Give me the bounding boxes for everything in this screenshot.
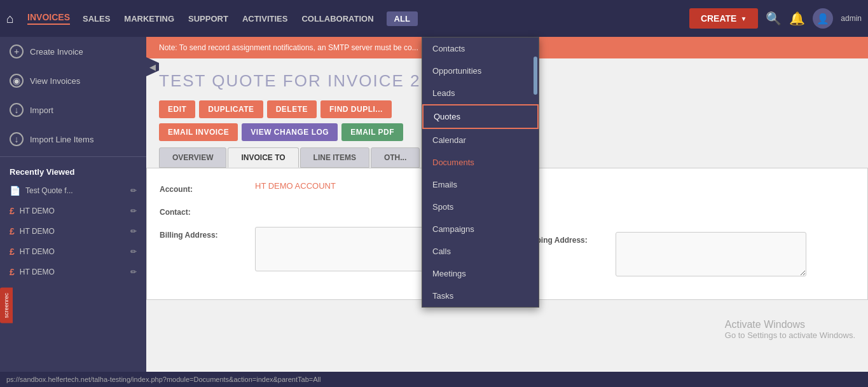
billing-address-label: Billing Address:: [160, 227, 242, 240]
billing-address-input[interactable]: [255, 227, 446, 271]
sidebar-item-import-line-items[interactable]: ↓ Import Line Items: [0, 125, 146, 154]
nav-support[interactable]: SUPPORT: [187, 11, 230, 26]
status-bar: ps://sandbox.helfertech.net/talha-testin…: [0, 372, 868, 387]
email-pdf-button[interactable]: EMAIL PDF: [341, 123, 403, 141]
sidebar-divider: [0, 156, 146, 157]
admin-label: admin: [841, 14, 862, 23]
email-invoice-button[interactable]: EMAIL INVOICE: [159, 123, 238, 141]
recent-label-2: HT DEMO: [20, 227, 125, 236]
recent-edit-2[interactable]: ✏: [130, 227, 137, 236]
sidebar: + Create Invoice ◉ View Invoices ↓ Impor…: [0, 37, 146, 372]
create-invoice-icon: +: [10, 44, 24, 58]
activate-windows-title: Activate Windows: [725, 319, 855, 330]
recent-pound-icon-2: £: [10, 226, 15, 236]
recent-label-4: HT DEMO: [20, 268, 125, 276]
recent-item-2[interactable]: £ HT DEMO ✏: [0, 221, 146, 241]
import-line-items-icon: ↓: [10, 132, 24, 146]
form-row-shipping: Shipping Address:: [520, 232, 855, 276]
nav-all[interactable]: ALL: [387, 11, 418, 26]
duplicate-button[interactable]: DUPLICATE: [199, 100, 263, 118]
tab-overview[interactable]: OVERVIEW: [159, 147, 226, 168]
dropdown-item-emails[interactable]: Emails: [422, 173, 539, 196]
dropdown-item-meetings[interactable]: Meetings: [422, 262, 539, 285]
sidebar-label-create-invoice: Create Invoice: [30, 47, 83, 57]
account-link[interactable]: HT DEMO ACCOUNT: [255, 181, 336, 191]
dropdown-item-contacts[interactable]: Contacts: [422, 37, 539, 60]
bell-icon[interactable]: 🔔: [789, 11, 805, 26]
account-label: Account:: [160, 181, 242, 194]
recent-item-4[interactable]: £ HT DEMO ✏: [0, 262, 146, 282]
recent-item-3[interactable]: £ HT DEMO ✏: [0, 241, 146, 262]
dropdown-item-spots[interactable]: Spots: [422, 196, 539, 218]
admin-avatar[interactable]: 👤: [813, 8, 833, 29]
delete-button[interactable]: DELETE: [267, 100, 317, 118]
nav-sales[interactable]: SALES: [81, 11, 111, 26]
dropdown-item-campaigns[interactable]: Campaigns: [422, 218, 539, 240]
recent-edit-3[interactable]: ✏: [130, 247, 137, 256]
dropdown-item-tasks[interactable]: Tasks: [422, 285, 539, 307]
nav-activities[interactable]: ACTIVITIES: [241, 11, 289, 26]
edit-button[interactable]: EDIT: [159, 100, 195, 118]
activate-windows-sub: Go to Settings to activate Windows.: [725, 330, 855, 340]
logo-area: ⌂: [6, 11, 18, 26]
dropdown-item-documents[interactable]: Documents: [422, 151, 539, 173]
windows-activation: Activate Windows Go to Settings to activ…: [725, 319, 855, 340]
top-navigation: ⌂ INVOICES SALES MARKETING SUPPORT ACTIV…: [0, 0, 868, 37]
contact-label: Contact:: [160, 204, 242, 217]
shipping-address-input[interactable]: [616, 232, 806, 276]
recent-item-0[interactable]: 📄 Test Quote f... ✏: [0, 180, 146, 201]
sidebar-label-view-invoices: View Invoices: [30, 76, 80, 86]
recent-edit-1[interactable]: ✏: [130, 207, 137, 215]
recent-pound-icon-3: £: [10, 247, 15, 257]
dropdown-item-opportunities[interactable]: Opportunities: [422, 60, 539, 82]
dropdown-item-leads[interactable]: Leads: [422, 82, 539, 104]
sidebar-label-import: Import: [30, 105, 53, 115]
tab-other[interactable]: OTH...: [371, 147, 420, 168]
all-dropdown-menu: Contacts Opportunities Leads Quotes Cale…: [422, 37, 539, 308]
home-icon[interactable]: ⌂: [6, 11, 14, 26]
sidebar-item-view-invoices[interactable]: ◉ View Invoices: [0, 66, 146, 95]
sidebar-item-import[interactable]: ↓ Import: [0, 95, 146, 125]
recent-label-0: Test Quote f...: [25, 186, 125, 195]
recently-viewed-header: Recently Viewed: [0, 160, 146, 180]
recent-pound-icon-4: £: [10, 267, 15, 277]
recent-pound-icon-1: £: [10, 206, 15, 216]
view-invoices-icon: ◉: [10, 74, 24, 88]
dropdown-item-quotes[interactable]: Quotes: [422, 104, 539, 129]
find-duplicates-button[interactable]: FIND DUPLI...: [320, 100, 392, 118]
recent-item-1[interactable]: £ HT DEMO ✏: [0, 201, 146, 221]
status-bar-url: ps://sandbox.helfertech.net/talha-testin…: [6, 376, 320, 383]
sidebar-item-create-invoice[interactable]: + Create Invoice: [0, 37, 146, 66]
screenrec-tab[interactable]: screenrec: [0, 288, 13, 323]
nav-invoices[interactable]: INVOICES: [27, 12, 70, 25]
tab-invoice-to[interactable]: Invoice To: [228, 147, 298, 168]
alert-text: Note: To send record assignment notifica…: [159, 43, 418, 52]
recent-edit-0[interactable]: ✏: [130, 186, 137, 195]
import-icon: ↓: [10, 103, 24, 117]
create-dropdown-arrow: ▼: [740, 15, 747, 22]
dropdown-scrollbar[interactable]: [534, 57, 537, 95]
sidebar-label-import-line-items: Import Line Items: [30, 135, 93, 144]
tab-line-items[interactable]: Line Items: [300, 147, 369, 168]
recent-doc-icon: 📄: [10, 186, 20, 196]
recent-label-1: HT DEMO: [20, 207, 125, 215]
recent-label-3: HT DEMO: [20, 247, 125, 256]
recent-edit-4[interactable]: ✏: [130, 268, 137, 276]
dropdown-item-calls[interactable]: Calls: [422, 240, 539, 262]
view-change-log-button[interactable]: VIEW CHANGE LOG: [242, 123, 338, 141]
create-button[interactable]: CREATE ▼: [689, 8, 758, 29]
form-col-right: Shipping Address:: [520, 181, 855, 287]
nav-collaboration[interactable]: COLLABORATION: [300, 11, 375, 26]
nav-marketing[interactable]: MARKETING: [123, 11, 176, 26]
dropdown-item-calendar[interactable]: Calendar: [422, 129, 539, 151]
search-icon[interactable]: 🔍: [766, 11, 782, 26]
nav-right-area: CREATE ▼ 🔍 🔔 👤 admin: [689, 8, 862, 29]
